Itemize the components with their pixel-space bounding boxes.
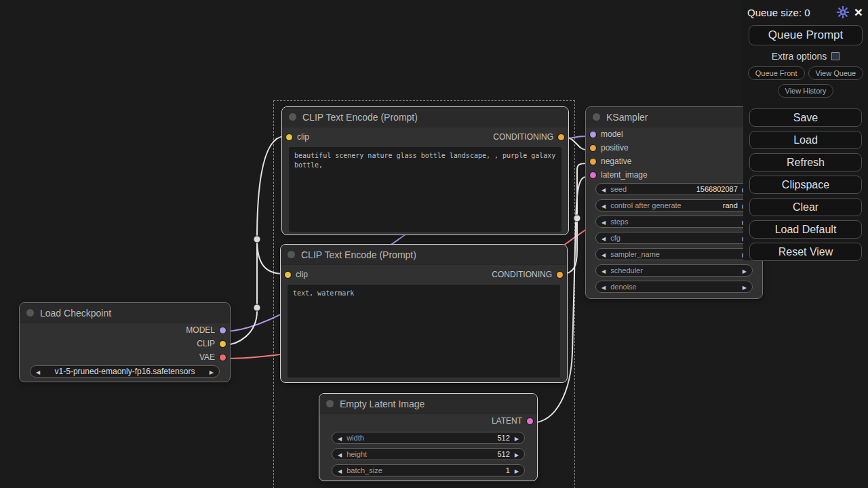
reset-view-button[interactable]: Reset View <box>749 243 862 261</box>
slot-label: CONDITIONING <box>492 270 552 279</box>
slot-label: LATENT <box>492 416 522 426</box>
queue-front-button[interactable]: Queue Front <box>748 66 805 80</box>
vae-output-slot[interactable] <box>220 354 226 361</box>
clear-button[interactable]: Clear <box>749 198 862 216</box>
increase-arrow-icon[interactable] <box>515 466 519 474</box>
prompt-textarea[interactable]: beautiful scenery nature glass bottle la… <box>289 147 561 232</box>
widget-control-after-generate[interactable]: control after generate rand <box>595 199 753 211</box>
extra-options-checkbox[interactable] <box>831 52 840 60</box>
node-ksampler[interactable]: KSampler model positive negative latent_… <box>585 106 763 299</box>
node-title-bar[interactable]: CLIP Text Encode (Prompt) <box>281 245 567 265</box>
node-title-bar[interactable]: CLIP Text Encode (Prompt) <box>282 107 568 127</box>
node-empty-latent-image[interactable]: Empty Latent Image LATENT width 512 heig… <box>319 393 538 481</box>
widget-sampler-name[interactable]: sampler_name <box>595 248 753 260</box>
slot-label: positive <box>601 143 629 152</box>
conditioning-output-slot[interactable] <box>558 134 564 140</box>
collapse-dot-icon[interactable] <box>326 400 334 407</box>
decrease-arrow-icon[interactable] <box>601 283 606 291</box>
refresh-button[interactable]: Refresh <box>749 153 862 171</box>
slot-label: CLIP <box>197 339 215 348</box>
decrease-arrow-icon[interactable] <box>601 185 606 193</box>
latent-output-slot[interactable] <box>527 418 533 424</box>
clip-output-slot[interactable] <box>220 341 226 347</box>
save-button[interactable]: Save <box>749 108 862 127</box>
node-graph-canvas[interactable]: Load Checkpoint MODEL CLIP VAE v1-5-prun… <box>0 0 868 488</box>
widget-steps[interactable]: steps <box>595 216 753 228</box>
clip-input-slot[interactable] <box>286 134 292 140</box>
widget-label: control after generate <box>610 201 682 209</box>
slot-label: clip <box>296 270 308 279</box>
slot-row-clip-conditioning: clip CONDITIONING <box>282 130 568 144</box>
increase-arrow-icon[interactable] <box>743 266 747 274</box>
clipspace-button[interactable]: Clipspace <box>749 176 862 194</box>
widget-value: rand <box>723 201 738 209</box>
slot-label: CONDITIONING <box>493 132 553 142</box>
node-title-bar[interactable]: Empty Latent Image <box>319 394 537 414</box>
slot-row-negative: negative <box>586 155 762 168</box>
view-history-button[interactable]: View History <box>778 84 834 98</box>
conditioning-output-slot[interactable] <box>557 272 563 278</box>
widget-value: 1 <box>506 466 510 474</box>
widget-value: 512 <box>497 450 509 458</box>
widget-width[interactable]: width 512 <box>332 432 525 444</box>
reroute-dot[interactable] <box>254 236 260 243</box>
node-title-bar[interactable]: KSampler <box>586 107 762 127</box>
decrease-arrow-icon[interactable] <box>338 434 342 442</box>
collapse-dot-icon[interactable] <box>593 113 600 121</box>
widget-label: seed <box>610 185 627 193</box>
widget-height[interactable]: height 512 <box>332 448 525 460</box>
latent-image-input-slot[interactable] <box>590 172 596 178</box>
settings-gear-icon[interactable] <box>836 5 850 19</box>
decrease-arrow-icon[interactable] <box>338 466 342 474</box>
widget-value: 1566802087 <box>696 185 738 193</box>
node-title-bar[interactable]: Load Checkpoint <box>20 303 230 323</box>
widget-label: batch_size <box>347 466 382 474</box>
collapse-dot-icon[interactable] <box>289 113 296 121</box>
slot-row-model: MODEL <box>20 323 230 337</box>
next-option-arrow-icon[interactable] <box>210 367 214 375</box>
widget-seed[interactable]: seed 1566802087 <box>595 183 753 195</box>
node-clip-text-encode-negative[interactable]: CLIP Text Encode (Prompt) clip CONDITION… <box>280 244 568 383</box>
increase-arrow-icon[interactable] <box>515 434 519 442</box>
decrease-arrow-icon[interactable] <box>601 266 606 274</box>
node-load-checkpoint[interactable]: Load Checkpoint MODEL CLIP VAE v1-5-prun… <box>19 302 231 382</box>
slot-label: MODEL <box>186 325 215 335</box>
ckpt-name-combo[interactable]: v1-5-pruned-emaonly-fp16.safetensors <box>30 365 220 378</box>
load-default-button[interactable]: Load Default <box>749 220 862 239</box>
slot-label: negative <box>601 157 631 166</box>
widget-label: cfg <box>610 234 620 242</box>
widget-cfg[interactable]: cfg <box>595 232 753 244</box>
node-clip-text-encode-positive[interactable]: CLIP Text Encode (Prompt) clip CONDITION… <box>281 106 569 235</box>
decrease-arrow-icon[interactable] <box>601 218 606 226</box>
decrease-arrow-icon[interactable] <box>601 250 606 258</box>
increase-arrow-icon[interactable] <box>743 283 747 291</box>
extra-options-label: Extra options <box>772 51 827 62</box>
reroute-dot[interactable] <box>254 304 260 311</box>
clip-input-slot[interactable] <box>285 272 291 278</box>
prompt-textarea[interactable]: text, watermark <box>288 285 560 378</box>
widget-label: denoise <box>610 283 637 291</box>
load-button[interactable]: Load <box>749 131 862 149</box>
queue-size-label: Queue size: 0 <box>747 7 831 18</box>
decrease-arrow-icon[interactable] <box>601 234 606 242</box>
slot-row-latent: LATENT <box>319 414 537 428</box>
queue-prompt-button[interactable]: Queue Prompt <box>749 25 863 45</box>
close-menu-icon[interactable] <box>854 6 863 18</box>
collapse-dot-icon[interactable] <box>288 251 295 258</box>
increase-arrow-icon[interactable] <box>515 450 519 458</box>
comfy-menu: Queue size: 0 Queue Prompt Extr <box>743 0 868 260</box>
view-queue-button[interactable]: View Queue <box>808 66 864 80</box>
negative-input-slot[interactable] <box>590 159 596 165</box>
slot-row-vae: VAE <box>20 350 230 364</box>
widget-batch-size[interactable]: batch_size 1 <box>332 464 525 476</box>
decrease-arrow-icon[interactable] <box>601 201 606 209</box>
decrease-arrow-icon[interactable] <box>338 450 342 458</box>
widget-scheduler[interactable]: scheduler <box>595 264 753 277</box>
model-input-slot[interactable] <box>590 131 596 138</box>
node-title: CLIP Text Encode (Prompt) <box>302 112 418 123</box>
widget-denoise[interactable]: denoise <box>595 281 753 293</box>
positive-input-slot[interactable] <box>590 145 596 151</box>
model-output-slot[interactable] <box>220 327 226 333</box>
slot-row-model: model <box>586 127 762 141</box>
collapse-dot-icon[interactable] <box>26 309 34 317</box>
